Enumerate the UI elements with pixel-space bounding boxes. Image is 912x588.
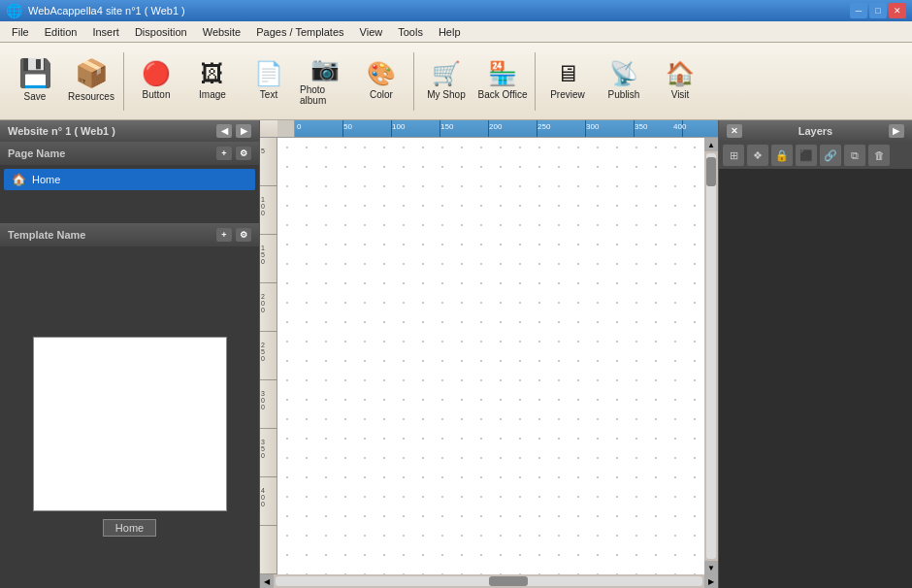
layer-show-btn[interactable]: ⊞ <box>723 145 744 166</box>
photo-album-label: Photo album <box>300 84 350 106</box>
ruler-horizontal: 0 50 100 150 200 250 300 350 400 <box>260 120 718 138</box>
scroll-track-v[interactable] <box>706 153 716 559</box>
my-shop-label: My Shop <box>427 89 465 100</box>
page-settings-button[interactable]: ⚙ <box>236 147 251 160</box>
ruler-mark-350: 350 <box>635 122 647 131</box>
menu-file[interactable]: File <box>4 24 37 40</box>
visit-icon: 🏠 <box>666 62 695 85</box>
image-label: Image <box>199 89 226 100</box>
left-panel: Website n° 1 ( Web1 ) ◀ ▶ Page Name + ⚙ … <box>0 120 260 588</box>
scroll-down-button[interactable]: ▼ <box>704 561 718 574</box>
visit-button[interactable]: 🏠 Visit <box>653 48 707 115</box>
text-button[interactable]: 📄 Text <box>242 48 296 115</box>
panel-collapse-left[interactable]: ◀ <box>216 124 232 138</box>
template-name-section: Template Name + ⚙ <box>0 223 259 246</box>
menu-website[interactable]: Website <box>195 24 249 40</box>
canvas-content[interactable] <box>277 138 704 574</box>
close-button[interactable]: ✕ <box>889 3 906 18</box>
layer-delete-btn[interactable]: 🗑 <box>868 145 890 166</box>
panel-expand-right[interactable]: ▶ <box>236 124 251 138</box>
panel-controls: ◀ ▶ <box>216 124 251 138</box>
toolbar-separator-1 <box>123 52 124 111</box>
save-button[interactable]: 💾 Save <box>8 48 62 115</box>
main-area: Website n° 1 ( Web1 ) ◀ ▶ Page Name + ⚙ … <box>0 120 912 588</box>
layers-collapse-btn[interactable]: ▶ <box>889 124 904 138</box>
canvas-area: 0 50 100 150 200 250 300 350 400 5 100 1 <box>260 120 718 588</box>
scroll-thumb-v[interactable] <box>706 157 716 186</box>
resources-button[interactable]: 📦 Resources <box>64 48 118 115</box>
preview-icon: 🖥 <box>556 62 579 85</box>
layer-group-btn[interactable]: ⧉ <box>844 145 865 166</box>
menu-disposition[interactable]: Disposition <box>127 24 195 40</box>
my-shop-icon: 🛒 <box>432 62 461 85</box>
canvas-wrapper: 5 100 150 200 250 300 350 400 ▲ <box>260 138 718 574</box>
scroll-up-button[interactable]: ▲ <box>704 138 718 151</box>
menu-insert[interactable]: Insert <box>84 24 127 40</box>
window-title: WebAcappella4 site n°1 ( Web1 ) <box>28 5 185 16</box>
save-label: Save <box>24 91 47 102</box>
preview-button[interactable]: 🖥 Preview <box>540 48 595 115</box>
preview-label: Home <box>103 519 156 537</box>
toolbar-separator-3 <box>535 52 536 111</box>
ruler-mark-200: 200 <box>489 122 502 131</box>
resources-icon: 📦 <box>75 60 109 87</box>
scroll-thumb-h[interactable] <box>489 576 528 586</box>
layers-close-btn[interactable]: ✕ <box>727 124 742 138</box>
page-list: 🏠 Home <box>0 165 259 223</box>
button-button[interactable]: 🔴 Button <box>129 48 183 115</box>
scroll-right-button[interactable]: ▶ <box>704 574 718 588</box>
minimize-button[interactable]: ─ <box>850 3 867 18</box>
layers-panel-header: ✕ Layers ▶ <box>719 120 912 142</box>
menu-pages-templates[interactable]: Pages / Templates <box>248 24 351 40</box>
resources-label: Resources <box>68 91 114 102</box>
layer-link-btn[interactable]: 🔗 <box>820 145 841 166</box>
page-name-buttons: + ⚙ <box>216 147 251 160</box>
layers-content <box>719 169 912 588</box>
photo-album-icon: 📷 <box>310 57 340 81</box>
color-label: Color <box>370 89 393 100</box>
visit-label: Visit <box>671 89 690 100</box>
text-icon: 📄 <box>254 62 283 85</box>
photo-album-button[interactable]: 📷 Photo album <box>298 48 352 115</box>
menu-edition[interactable]: Edition <box>37 24 85 40</box>
preview-area: Home <box>0 285 259 588</box>
publish-label: Publish <box>608 89 640 100</box>
right-panel: ✕ Layers ▶ ⊞ ❖ 🔒 ⬛ 🔗 ⧉ 🗑 <box>718 120 912 588</box>
template-name-label: Template Name <box>8 229 86 241</box>
ruler-mark-50: 50 <box>343 122 352 131</box>
template-settings-button[interactable]: ⚙ <box>236 228 251 242</box>
menu-tools[interactable]: Tools <box>390 24 431 40</box>
ruler-mark-250: 250 <box>537 122 550 131</box>
publish-icon: 📡 <box>609 62 638 85</box>
template-list <box>0 246 259 285</box>
menu-view[interactable]: View <box>352 24 391 40</box>
publish-button[interactable]: 📡 Publish <box>597 48 651 115</box>
maximize-button[interactable]: □ <box>869 3 887 18</box>
scroll-left-button[interactable]: ◀ <box>260 574 274 588</box>
add-page-button[interactable]: + <box>216 147 232 160</box>
scrollbar-vertical[interactable]: ▲ ▼ <box>704 138 718 574</box>
title-section: 🌐 WebAcappella4 site n°1 ( Web1 ) <box>6 3 185 18</box>
home-icon: 🏠 <box>12 173 26 186</box>
add-template-button[interactable]: + <box>216 228 232 242</box>
layer-lock-btn[interactable]: 🔒 <box>771 145 793 166</box>
ruler-vertical: 5 100 150 200 250 300 350 400 <box>260 138 277 574</box>
image-icon: 🖼 <box>201 62 224 85</box>
menubar: File Edition Insert Disposition Website … <box>0 21 912 43</box>
preview-thumbnail <box>33 337 227 511</box>
template-name-buttons: + ⚙ <box>216 228 251 242</box>
layer-visibility-btn[interactable]: ⬛ <box>796 145 817 166</box>
image-button[interactable]: 🖼 Image <box>185 48 240 115</box>
layer-arrange-btn[interactable]: ❖ <box>747 145 768 166</box>
color-button[interactable]: 🎨 Color <box>354 48 408 115</box>
scrollbar-horizontal-area: ◀ ▶ <box>260 574 718 588</box>
back-office-button[interactable]: 🏪 Back Office <box>475 48 530 115</box>
ruler-h-inner: 0 50 100 150 200 250 300 350 400 <box>295 120 718 137</box>
page-item-home[interactable]: 🏠 Home <box>4 169 255 190</box>
menu-help[interactable]: Help <box>431 24 469 40</box>
toolbar: 💾 Save 📦 Resources 🔴 Button 🖼 Image 📄 Te… <box>0 43 912 120</box>
scroll-track-h[interactable] <box>276 576 702 586</box>
page-name-section: Page Name + ⚙ <box>0 142 259 165</box>
my-shop-button[interactable]: 🛒 My Shop <box>419 48 473 115</box>
button-icon: 🔴 <box>142 62 171 85</box>
